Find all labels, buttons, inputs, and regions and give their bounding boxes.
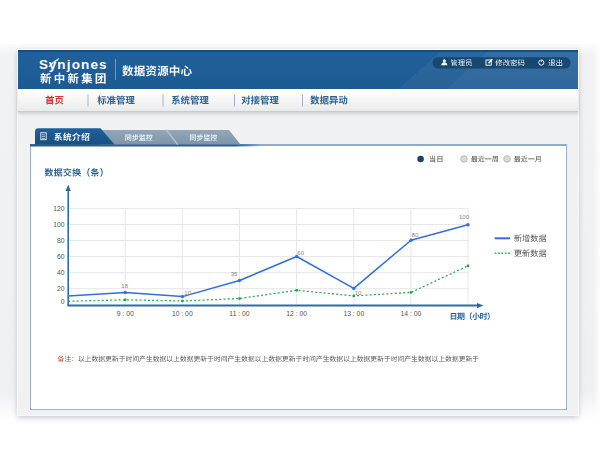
- svg-text:11 : 00: 11 : 00: [229, 310, 250, 317]
- svg-text:100: 100: [53, 221, 65, 228]
- svg-text:10: 10: [184, 290, 191, 296]
- svg-text:80: 80: [57, 237, 65, 244]
- svg-text:120: 120: [53, 205, 65, 212]
- svg-text:18: 18: [121, 283, 128, 289]
- svg-text:14 : 00: 14 : 00: [401, 310, 422, 317]
- svg-text:13 : 00: 13 : 00: [343, 310, 364, 317]
- svg-text:0: 0: [61, 298, 65, 305]
- svg-text:40: 40: [57, 269, 65, 276]
- svg-text:60: 60: [57, 253, 65, 260]
- svg-text:35: 35: [231, 271, 238, 277]
- svg-text:10: 10: [355, 290, 362, 296]
- svg-text:100: 100: [459, 214, 470, 220]
- svg-text:80: 80: [412, 232, 419, 238]
- svg-text:12 : 00: 12 : 00: [286, 310, 307, 317]
- svg-text:9 : 00: 9 : 00: [117, 310, 134, 317]
- svg-text:20: 20: [57, 285, 65, 292]
- svg-text:Synjones: Synjones: [39, 57, 108, 72]
- svg-text:60: 60: [297, 250, 304, 256]
- svg-text:10 : 00: 10 : 00: [172, 310, 193, 317]
